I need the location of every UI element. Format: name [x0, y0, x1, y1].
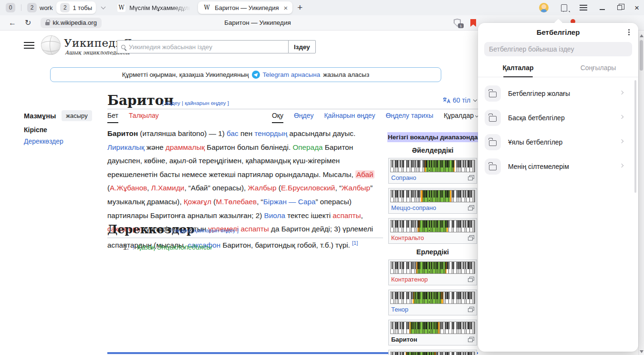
folder-icon-square	[485, 158, 501, 175]
toc-item[interactable]: Кіріспе	[24, 126, 47, 134]
black-key	[402, 322, 403, 329]
article-link[interactable]: Абай	[355, 170, 374, 178]
article-link[interactable]: Виола	[264, 211, 285, 219]
bookmark-flag-icon[interactable]	[470, 19, 476, 27]
article-link[interactable]: аспапты	[332, 211, 361, 219]
article-tab[interactable]: Қайнарын өңдеу	[324, 112, 375, 123]
bookmarks-search-box[interactable]	[484, 42, 632, 56]
bookmarks-tab[interactable]: Соңғылары	[558, 58, 638, 77]
article-link[interactable]: драммалық	[166, 143, 205, 151]
title-edit-links[interactable]: [ өңдеу | қайнарын өңдеу ]	[162, 100, 229, 106]
article-link[interactable]: бас	[227, 129, 239, 137]
black-key	[406, 190, 407, 198]
article-link[interactable]: Лирикалық	[107, 143, 145, 151]
wiki-menu-icon[interactable]	[24, 42, 34, 49]
wiki-search-button[interactable]: Іздеу	[288, 40, 316, 53]
tab-group[interactable]: 2work	[25, 1, 54, 14]
tab-group[interactable]: 0	[4, 1, 17, 14]
scrollbar-thumb[interactable]	[640, 40, 643, 71]
browser-tab[interactable]: WМүслім Мұхаммедұлы Ма	[113, 1, 195, 14]
media-expand-icon[interactable]	[468, 277, 474, 282]
black-key	[463, 352, 464, 355]
voice-link[interactable]: Контратенор	[391, 276, 428, 283]
black-key	[448, 160, 449, 167]
reference-backlink[interactable]: ↑	[132, 243, 135, 251]
bookmarks-search-input[interactable]	[489, 45, 627, 53]
piano-range-image[interactable]	[390, 352, 475, 355]
article-link[interactable]: Жалбыр	[342, 184, 370, 192]
article-link[interactable]: Біржан — Сара	[263, 198, 316, 206]
tab-close-icon[interactable]: ×	[284, 4, 288, 11]
article-link[interactable]: М.Төлебаев	[216, 198, 257, 206]
protect-shield-icon[interactable]: 1	[454, 19, 462, 27]
folder-icon	[489, 140, 497, 146]
piano-range-image[interactable]	[390, 261, 475, 274]
media-expand-icon[interactable]	[468, 337, 474, 342]
bookmarks-panels-icon[interactable]	[561, 4, 567, 11]
url-pill[interactable]: kk.wikipedia.org	[41, 18, 102, 28]
piano-range-image[interactable]	[390, 160, 475, 172]
kebab-menu-icon[interactable]	[628, 29, 630, 31]
telegram-link[interactable]: Telegram арнасына	[263, 71, 321, 78]
piano-range-image[interactable]	[390, 322, 475, 334]
article-tab[interactable]: Оқу	[272, 112, 283, 123]
article-link[interactable]: тенордың	[254, 129, 287, 137]
scroll-up-arrow[interactable]	[640, 34, 644, 37]
reload-button[interactable]: ↻	[25, 18, 31, 27]
window-close-button[interactable]: ×	[634, 4, 639, 12]
browser-menu-icon[interactable]	[580, 5, 587, 10]
folder-row[interactable]: Менің сілтемелерім	[485, 154, 635, 178]
article-tab[interactable]: Өңделу тарихы	[385, 112, 433, 123]
folder-row[interactable]: Ұялы бетбелгілер	[485, 130, 635, 154]
article-link[interactable]: А.Жұбанов	[110, 184, 147, 192]
article-tab[interactable]: Құралдар	[444, 112, 478, 123]
references-edit-links[interactable]: [ өңдеу | қайнарын өңдеу ]	[172, 228, 239, 233]
article-tab[interactable]: Өңдеу	[294, 112, 313, 123]
folder-row[interactable]: Бетбелгілер жолағы	[485, 81, 635, 105]
article-tab[interactable]: Бет	[107, 112, 118, 123]
chevron-right-icon	[620, 139, 623, 143]
page-scrollbar[interactable]	[638, 31, 644, 355]
window-minimize-button[interactable]	[600, 9, 605, 10]
article-link[interactable]: Жалбыр	[248, 184, 277, 192]
bookmarks-tab[interactable]: Қалталар	[478, 58, 558, 77]
black-key	[403, 220, 404, 228]
article-tab[interactable]: Талқылау	[129, 112, 159, 123]
new-tab-button[interactable]: +	[297, 2, 302, 13]
folder-row[interactable]: Басқа бетбелгілер	[485, 105, 635, 130]
voice-link[interactable]: Тенор	[391, 306, 408, 313]
wikipedia-logo[interactable]	[41, 35, 61, 55]
black-key	[417, 190, 418, 198]
tab-group[interactable]: 21 тобы	[56, 1, 96, 14]
media-expand-icon[interactable]	[468, 175, 474, 180]
voice-link[interactable]: Сопрано	[391, 174, 416, 181]
piano-range-image[interactable]	[390, 220, 475, 232]
article-link[interactable]: Е.Брусиловский	[281, 184, 335, 192]
toc-item[interactable]: Дереккөздер	[24, 137, 63, 145]
article-link[interactable]: Л.Хамиди	[151, 184, 185, 192]
bookmarks-scrollbar-thumb[interactable]	[634, 80, 636, 193]
scroll-down-arrow[interactable]	[640, 350, 644, 353]
article-link[interactable]: [1]	[352, 240, 358, 246]
article-link[interactable]: Қожағұл	[184, 198, 211, 206]
back-button[interactable]: ←	[9, 19, 16, 27]
wiki-search-box[interactable]	[117, 40, 289, 53]
profile-avatar[interactable]	[539, 3, 549, 12]
browser-tab-active[interactable]: WБаритон — Уикипедия×	[198, 1, 292, 14]
black-key	[436, 262, 436, 269]
voice-link[interactable]: Контральто	[391, 234, 424, 241]
voice-link[interactable]: Меццо-сопрано	[391, 204, 436, 211]
media-expand-icon[interactable]	[468, 235, 474, 240]
wiki-search-input[interactable]	[129, 43, 272, 51]
media-expand-icon[interactable]	[468, 205, 474, 210]
piano-range-image[interactable]	[390, 292, 475, 304]
media-expand-icon[interactable]	[468, 307, 474, 312]
toc-hide-button[interactable]: жасыру	[62, 110, 92, 121]
article-link[interactable]: Операда	[292, 143, 322, 151]
piano-range-image[interactable]	[390, 190, 475, 202]
language-button[interactable]: 60 тіл	[443, 96, 477, 104]
reference-link[interactable]: Қазақ Энциклопедиясы	[137, 243, 212, 251]
black-key	[406, 160, 407, 167]
window-maximize-button[interactable]	[617, 5, 622, 10]
tab-groups-chevron-icon[interactable]	[101, 5, 106, 10]
